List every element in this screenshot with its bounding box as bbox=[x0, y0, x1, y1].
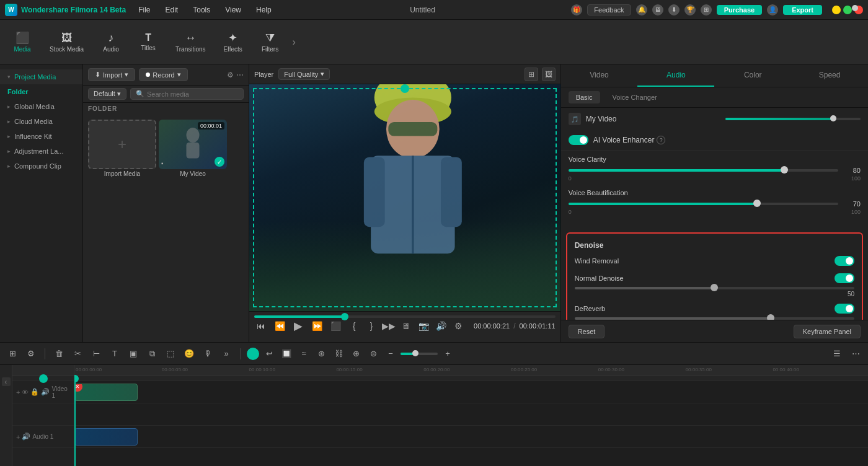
tl-undo-btn[interactable]: ↩ bbox=[262, 346, 277, 361]
tl-new-track-btn[interactable]: ⊞ bbox=[5, 346, 20, 361]
tab-audio[interactable]: Audio bbox=[637, 64, 714, 87]
tool-effects[interactable]: ✦ Effects bbox=[216, 27, 250, 56]
reset-button[interactable]: Reset bbox=[569, 325, 605, 338]
sub-tab-voice-changer[interactable]: Voice Changer bbox=[605, 91, 665, 103]
tool-titles[interactable]: T Titles bbox=[131, 29, 166, 55]
voice-clarity-slider[interactable] bbox=[569, 169, 838, 172]
track-audio-icon[interactable]: 🔊 bbox=[41, 388, 50, 396]
voice-clarity-thumb[interactable] bbox=[781, 166, 788, 174]
search-input[interactable] bbox=[147, 90, 238, 98]
audio-volume-bar[interactable] bbox=[725, 118, 861, 120]
normal-denoise-slider[interactable] bbox=[575, 287, 854, 289]
tl-snapping-btn[interactable]: 🔲 bbox=[279, 346, 294, 361]
sidebar-item-global-media[interactable]: ▸ Global Media bbox=[0, 99, 82, 114]
derevert-slider[interactable] bbox=[575, 317, 854, 320]
normal-denoise-toggle[interactable] bbox=[835, 273, 854, 283]
tl-text-btn[interactable]: T bbox=[107, 346, 122, 361]
download-icon[interactable]: ⬇ bbox=[668, 4, 680, 15]
user-avatar[interactable]: 👤 bbox=[767, 4, 778, 15]
quality-select[interactable]: Full Quality ▾ bbox=[278, 68, 330, 80]
track-lock-icon[interactable]: 🔒 bbox=[30, 388, 39, 396]
more-icon[interactable]: ⋯ bbox=[236, 71, 244, 79]
keyframe-panel-button[interactable]: Keyframe Panel bbox=[794, 325, 861, 338]
audio-track-mute-icon[interactable]: 🔊 bbox=[22, 433, 30, 441]
maximize-button[interactable] bbox=[843, 6, 852, 14]
tl-more-btn[interactable]: » bbox=[219, 346, 234, 361]
ai-voice-enhancer-toggle[interactable] bbox=[569, 135, 588, 145]
audio-clip[interactable] bbox=[74, 428, 138, 446]
camera-button[interactable]: 📷 bbox=[417, 319, 430, 333]
frame-back-button[interactable]: ⏪ bbox=[273, 319, 286, 333]
split-view-icon[interactable]: ⊞ bbox=[525, 68, 538, 81]
sub-tab-basic[interactable]: Basic bbox=[569, 91, 600, 103]
tab-color[interactable]: Color bbox=[714, 64, 791, 87]
import-media-placeholder[interactable]: + bbox=[88, 120, 156, 169]
sidebar-item-cloud-media[interactable]: ▸ Cloud Media bbox=[0, 114, 82, 129]
derevert-toggle[interactable] bbox=[835, 304, 854, 314]
tool-transitions[interactable]: ↔ Transitions bbox=[168, 28, 213, 56]
menu-view[interactable]: View bbox=[223, 4, 244, 15]
default-select[interactable]: Default ▾ bbox=[88, 88, 126, 100]
screen-button[interactable]: 🖥 bbox=[399, 319, 413, 333]
tl-blend-btn[interactable]: ⊕ bbox=[348, 346, 363, 361]
progress-bar[interactable] bbox=[254, 315, 556, 318]
media-item-my-video[interactable]: 00:00:01 ✓ ▪ My Video bbox=[159, 120, 227, 337]
tool-filters[interactable]: ⧩ Filters bbox=[253, 28, 288, 56]
minimize-button[interactable] bbox=[832, 6, 841, 14]
tl-emoji-btn[interactable]: 😊 bbox=[182, 346, 197, 361]
import-button[interactable]: ⬇ Import ▾ bbox=[88, 68, 135, 81]
mark-in-button[interactable]: { bbox=[347, 319, 361, 333]
tool-audio[interactable]: ♪ Audio bbox=[94, 28, 128, 56]
trophy-icon[interactable]: 🏆 bbox=[684, 4, 696, 15]
stop-button[interactable]: ⬛ bbox=[329, 319, 342, 333]
collapse-btn[interactable]: ‹ bbox=[2, 377, 11, 386]
search-box[interactable]: 🔍 bbox=[130, 88, 244, 100]
audio-track-add-icon[interactable]: + bbox=[16, 433, 20, 441]
play-button[interactable]: ▶ bbox=[291, 319, 305, 333]
wind-removal-toggle[interactable] bbox=[835, 256, 854, 266]
filter-icon[interactable]: ⚙ bbox=[227, 71, 234, 79]
tl-plus-btn[interactable]: + bbox=[440, 346, 455, 361]
tl-zoom-thumb[interactable] bbox=[412, 350, 418, 356]
feedback-button[interactable]: Feedback bbox=[587, 4, 631, 15]
audio-button[interactable]: 🔊 bbox=[434, 319, 448, 333]
sidebar-item-project-media[interactable]: ▾ Project Media bbox=[0, 69, 82, 84]
menu-edit[interactable]: Edit bbox=[163, 4, 181, 15]
video-clip[interactable]: ✕ bbox=[74, 384, 138, 401]
tl-crop-btn[interactable]: ▣ bbox=[126, 346, 141, 361]
tl-settings-btn[interactable]: ⋯ bbox=[848, 346, 863, 361]
tl-record-btn[interactable] bbox=[247, 348, 259, 360]
record-button[interactable]: Record ▾ bbox=[139, 68, 187, 81]
tl-delete-btn[interactable]: 🗑 bbox=[51, 346, 66, 361]
menu-help[interactable]: Help bbox=[254, 4, 274, 15]
tl-track-settings-btn[interactable]: ⚙ bbox=[24, 346, 38, 361]
gift-icon[interactable]: 🎁 bbox=[571, 4, 582, 15]
tab-speed[interactable]: Speed bbox=[791, 64, 868, 87]
tl-pip-btn[interactable]: ⧉ bbox=[144, 346, 159, 361]
notification-icon[interactable]: 🔔 bbox=[636, 4, 647, 15]
sidebar-item-adjustment-layer[interactable]: ▸ Adjustment La... bbox=[0, 144, 82, 159]
tl-list-btn[interactable]: ☰ bbox=[830, 346, 844, 361]
settings-button[interactable]: ⚙ bbox=[451, 319, 465, 333]
normal-denoise-thumb[interactable] bbox=[711, 284, 718, 291]
snapshot-icon[interactable]: 🖼 bbox=[542, 68, 556, 81]
tool-stock-media[interactable]: 🖼 Stock Media bbox=[42, 28, 91, 56]
export-button[interactable]: Export bbox=[783, 5, 822, 15]
frame-forward-button[interactable]: ⏩ bbox=[310, 319, 324, 333]
sidebar-item-compound-clip[interactable]: ▸ Compound Clip bbox=[0, 159, 82, 174]
skip-back-button[interactable]: ⏮ bbox=[254, 319, 268, 333]
progress-thumb[interactable] bbox=[341, 313, 348, 320]
tl-ripple-btn[interactable]: ≈ bbox=[296, 346, 311, 361]
tl-minus-btn[interactable]: − bbox=[383, 346, 398, 361]
tool-media[interactable]: ⬛ Media bbox=[5, 27, 40, 56]
tl-speed-btn[interactable]: ⊜ bbox=[366, 346, 381, 361]
mark-out-button[interactable]: } bbox=[365, 319, 378, 333]
purchase-button[interactable]: Purchase bbox=[717, 5, 763, 15]
tl-cut-btn[interactable]: ✂ bbox=[70, 346, 85, 361]
sidebar-item-influence-kit[interactable]: ▸ Influence Kit bbox=[0, 129, 82, 144]
tab-video[interactable]: Video bbox=[561, 64, 638, 87]
tl-ai-btn[interactable]: ⊛ bbox=[314, 346, 329, 361]
monitor-icon[interactable]: 🖥 bbox=[652, 4, 663, 15]
voice-beautification-slider[interactable] bbox=[569, 203, 838, 205]
voice-beautification-thumb[interactable] bbox=[753, 200, 761, 207]
